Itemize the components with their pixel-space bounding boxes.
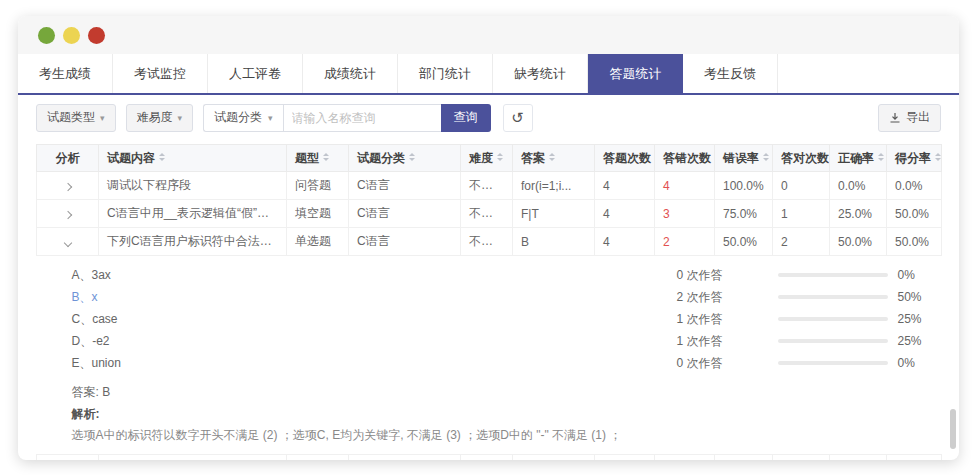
col-attempt-count[interactable]: 答题次数	[595, 145, 655, 172]
tab-manual-grading[interactable]: 人工评卷	[208, 54, 303, 93]
option-text: A、3ax	[72, 267, 643, 284]
error-rate: 100.0%	[715, 172, 773, 200]
answer: B	[513, 228, 595, 256]
question-content: 计算机主机是由CPU与下列哪种设备共同构成的()	[99, 455, 287, 461]
question-type-dropdown-label: 试题类型	[47, 109, 95, 126]
score-rate: 50.0%	[887, 200, 942, 228]
table-header-row: 分析 试题内容 题型 试题分类 难度 答案 答题次数 答错次数 错误率 答对次数…	[37, 145, 942, 172]
col-right-rate[interactable]: 正确率	[830, 145, 887, 172]
export-button-label: 导出	[906, 109, 930, 126]
expand-row-icon[interactable]	[63, 210, 71, 218]
answer: D	[513, 455, 595, 461]
option-answer-count: 1 次作答	[643, 333, 723, 350]
chevron-down-icon: ▾	[100, 113, 105, 123]
difficulty-dropdown-label: 难易度	[137, 109, 173, 126]
option-text: D、-e2	[72, 333, 643, 350]
error-rate: 50.0%	[715, 228, 773, 256]
wrong-count: 3	[655, 200, 715, 228]
expand-row-icon[interactable]	[63, 182, 71, 190]
analysis-text: 选项A中的标识符以数字开头不满足 (2) ；选项C, E均为关键字, 不满足 (…	[72, 427, 942, 444]
search-input[interactable]	[283, 104, 441, 132]
right-count: 0	[773, 172, 830, 200]
option-percent: 0%	[898, 268, 942, 282]
col-analysis: 分析	[37, 145, 99, 172]
col-difficulty[interactable]: 难度	[461, 145, 513, 172]
difficulty-dropdown[interactable]: 难易度 ▾	[126, 104, 194, 132]
question-type-dropdown[interactable]: 试题类型 ▾	[36, 104, 116, 132]
right-count: 1	[773, 200, 830, 228]
sort-icon[interactable]	[497, 150, 503, 164]
traffic-light-yellow-icon[interactable]	[63, 27, 80, 44]
chevron-down-icon: ▾	[178, 113, 183, 123]
question-category-dropdown[interactable]: 试题分类 ▾	[203, 104, 283, 132]
tab-exam-monitoring[interactable]: 考试监控	[113, 54, 208, 93]
sort-icon[interactable]	[935, 150, 941, 164]
sort-icon[interactable]	[763, 150, 769, 164]
option-row: E、union 0 次作答 0%	[72, 352, 942, 374]
answer: for(i=1;i...	[513, 172, 595, 200]
table-row: 计算机主机是由CPU与下列哪种设备共同构成的() 单选题 计算机理论2 不限难度…	[37, 455, 942, 461]
tab-score-statistics[interactable]: 成绩统计	[303, 54, 398, 93]
option-bar-track	[778, 361, 888, 365]
refresh-icon: ↺	[511, 109, 524, 126]
question-content: 调试以下程序段	[99, 172, 287, 200]
option-text: E、union	[72, 355, 643, 372]
tab-absence-statistics[interactable]: 缺考统计	[493, 54, 588, 93]
col-wrong-count[interactable]: 答错次数	[655, 145, 715, 172]
tab-answer-statistics[interactable]: 答题统计	[588, 54, 683, 93]
tab-examinee-feedback[interactable]: 考生反馈	[683, 54, 778, 93]
scrollbar-thumb[interactable]	[950, 409, 956, 449]
col-right-count[interactable]: 答对次数	[773, 145, 830, 172]
right-rate: 50.0%	[830, 455, 887, 461]
score-rate: 50.0%	[887, 228, 942, 256]
tab-examinee-scores[interactable]: 考生成绩	[18, 54, 113, 93]
sort-icon[interactable]	[159, 150, 165, 164]
question-type: 问答题	[287, 172, 349, 200]
statistics-table: 分析 试题内容 题型 试题分类 难度 答案 答题次数 答错次数 错误率 答对次数…	[36, 144, 942, 460]
correct-answer-text: 答案: B	[72, 384, 942, 402]
col-score-rate[interactable]: 得分率	[887, 145, 942, 172]
option-row: B、x 2 次作答 50%	[72, 286, 942, 308]
option-percent: 50%	[898, 290, 942, 304]
error-rate: 50.0%	[715, 455, 773, 461]
wrong-count: 2	[655, 455, 715, 461]
option-answer-count: 1 次作答	[643, 311, 723, 328]
col-answer[interactable]: 答案	[513, 145, 595, 172]
right-rate: 0.0%	[830, 172, 887, 200]
traffic-light-green-icon[interactable]	[38, 27, 55, 44]
app-window: 考生成绩 考试监控 人工评卷 成绩统计 部门统计 缺考统计 答题统计 考生反馈 …	[18, 16, 959, 460]
sort-icon[interactable]	[878, 150, 884, 164]
option-bar-track	[778, 339, 888, 343]
col-question-category[interactable]: 试题分类	[349, 145, 461, 172]
option-bar-track	[778, 295, 888, 299]
answer: F|T	[513, 200, 595, 228]
sort-icon[interactable]	[323, 150, 329, 164]
analysis-label: 解析:	[72, 406, 942, 423]
question-category: C语言	[349, 228, 461, 256]
question-type: 单选题	[287, 455, 349, 461]
wrong-count: 4	[655, 172, 715, 200]
option-percent: 25%	[898, 312, 942, 326]
col-question-content[interactable]: 试题内容	[99, 145, 287, 172]
reset-button[interactable]: ↺	[503, 104, 533, 132]
download-icon	[889, 112, 901, 124]
question-type: 填空题	[287, 200, 349, 228]
question-content: 下列C语言用户标识符中合法的是 ()。	[99, 228, 287, 256]
right-count: 2	[773, 455, 830, 461]
collapse-row-icon[interactable]	[63, 238, 71, 246]
question-category: 计算机理论2	[349, 455, 461, 461]
col-question-type[interactable]: 题型	[287, 145, 349, 172]
question-content: C语言中用__表示逻辑值“假”，用__表示逻辑值“真”	[99, 200, 287, 228]
sort-icon[interactable]	[409, 150, 415, 164]
search-button[interactable]: 查询	[441, 104, 491, 132]
option-answer-count: 0 次作答	[643, 267, 723, 284]
statistics-table-wrap: 分析 试题内容 题型 试题分类 难度 答案 答题次数 答错次数 错误率 答对次数…	[18, 140, 959, 460]
right-rate: 25.0%	[830, 200, 887, 228]
tab-department-statistics[interactable]: 部门统计	[398, 54, 493, 93]
filter-bar: 试题类型 ▾ 难易度 ▾ 试题分类 ▾ 查询 ↺ 导出	[18, 95, 959, 140]
col-error-rate[interactable]: 错误率	[715, 145, 773, 172]
sort-icon[interactable]	[549, 150, 555, 164]
expanded-detail-row: A、3ax 0 次作答 0% B、x 2 次作答 50%	[37, 256, 942, 455]
traffic-light-red-icon[interactable]	[88, 27, 105, 44]
export-button[interactable]: 导出	[878, 104, 941, 132]
